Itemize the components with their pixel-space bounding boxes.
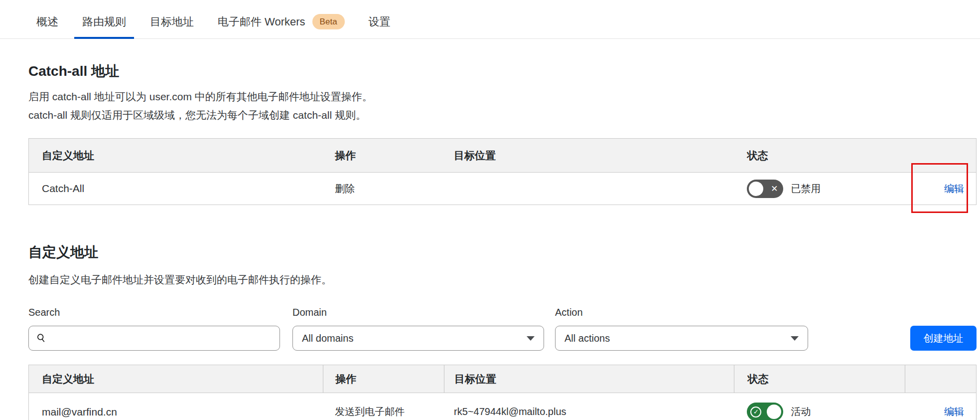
col-header-action: 操作 — [323, 149, 444, 163]
tab-destination-addresses[interactable]: 目标地址 — [142, 14, 202, 38]
tab-destination-addresses-label: 目标地址 — [150, 14, 194, 29]
catch-all-status: ✕ 已禁用 — [747, 180, 905, 198]
table-row: Catch-All 删除 ✕ 已禁用 编辑 — [29, 173, 976, 205]
col-header-destination: 目标位置 — [444, 365, 734, 393]
custom-address-cell: mail@varfind.cn — [29, 406, 323, 418]
catch-all-table-wrap: 自定义地址 操作 目标位置 状态 Catch-All 删除 ✕ 已禁用 — [28, 138, 977, 205]
col-header-status: 状态 — [734, 365, 905, 393]
catch-all-description-line1: 启用 catch-all 地址可以为 user.com 中的所有其他电子邮件地址… — [28, 87, 977, 106]
search-box — [28, 326, 280, 351]
custom-addresses-description: 创建自定义电子邮件地址并设置要对收到的电子邮件执行的操作。 — [28, 273, 977, 287]
toggle-knob — [767, 405, 781, 419]
catch-all-edit-link[interactable]: 编辑 — [944, 183, 964, 194]
create-address-button[interactable]: 创建地址 — [910, 326, 977, 351]
domain-select[interactable]: All domains — [292, 326, 544, 351]
tab-settings-label: 设置 — [369, 14, 391, 29]
domain-label: Domain — [280, 307, 544, 318]
check-icon: ✓ — [750, 407, 761, 418]
tab-overview[interactable]: 概述 — [28, 14, 66, 38]
email-routing-page: 概述 路由规则 目标地址 电子邮件 Workers Beta 设置 Catch-… — [0, 0, 980, 420]
col-header-destination: 目标位置 — [444, 149, 734, 163]
catch-all-action-cell: 删除 — [323, 182, 444, 196]
catch-all-description-line2: catch-all 规则仅适用于区域级域，您无法为每个子域创建 catch-al… — [28, 106, 977, 124]
search-input[interactable] — [51, 333, 280, 344]
search-label: Search — [28, 307, 280, 318]
toggle-knob — [749, 182, 763, 196]
chevron-down-icon — [791, 336, 799, 341]
custom-address-destination-cell: rk5~47944kl@mailto.plus — [444, 406, 734, 418]
cross-icon: ✕ — [771, 185, 778, 193]
custom-address-edit-link[interactable]: 编辑 — [944, 406, 964, 417]
beta-badge: Beta — [312, 14, 345, 29]
catch-all-address-cell: Catch-All — [29, 183, 323, 195]
custom-address-status-toggle[interactable]: ✓ — [747, 403, 783, 420]
tab-settings[interactable]: 设置 — [361, 14, 399, 38]
catch-all-status-label: 已禁用 — [791, 182, 821, 196]
chevron-down-icon — [527, 336, 535, 341]
col-header-custom-address: 自定义地址 — [29, 372, 323, 386]
tab-overview-label: 概述 — [36, 14, 58, 29]
custom-address-status-label: 活动 — [791, 405, 811, 419]
col-header-custom-address: 自定义地址 — [29, 149, 323, 163]
custom-addresses-table: 自定义地址 操作 目标位置 状态 mail@varfind.cn 发送到电子邮件… — [28, 365, 977, 420]
tab-routing-rules-label: 路由规则 — [82, 14, 126, 29]
action-select-value: All actions — [564, 333, 610, 344]
tab-bar: 概述 路由规则 目标地址 电子邮件 Workers Beta 设置 — [0, 0, 980, 39]
action-select[interactable]: All actions — [555, 326, 808, 351]
custom-addresses-title: 自定义地址 — [28, 243, 977, 262]
filters-row: Search Domain All domains Action All act… — [28, 307, 977, 351]
action-label: Action — [555, 307, 808, 318]
table-row: mail@varfind.cn 发送到电子邮件 rk5~47944kl@mail… — [29, 393, 976, 420]
custom-addresses-table-header: 自定义地址 操作 目标位置 状态 — [29, 365, 976, 393]
catch-all-table-header: 自定义地址 操作 目标位置 状态 — [29, 139, 976, 173]
catch-all-description: 启用 catch-all 地址可以为 user.com 中的所有其他电子邮件地址… — [28, 87, 977, 124]
tab-email-workers[interactable]: 电子邮件 Workers Beta — [210, 14, 353, 38]
custom-address-action-cell: 发送到电子邮件 — [323, 405, 444, 419]
catch-all-title: Catch-all 地址 — [28, 62, 977, 81]
catch-all-status-toggle[interactable]: ✕ — [747, 180, 783, 198]
search-icon — [36, 333, 46, 343]
tab-email-workers-label: 电子邮件 Workers — [218, 14, 305, 29]
catch-all-table: 自定义地址 操作 目标位置 状态 Catch-All 删除 ✕ 已禁用 — [28, 138, 977, 205]
col-header-status: 状态 — [734, 149, 905, 163]
custom-address-status: ✓ 活动 — [747, 403, 905, 420]
tab-routing-rules[interactable]: 路由规则 — [74, 14, 134, 38]
col-header-action: 操作 — [323, 365, 444, 393]
domain-select-value: All domains — [302, 333, 353, 344]
